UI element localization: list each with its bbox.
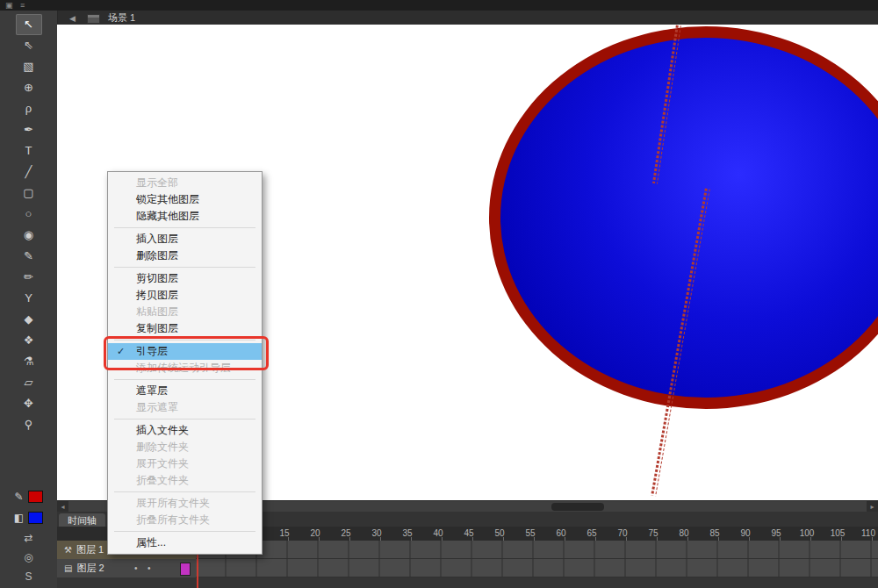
- menu-item[interactable]: 复制图层: [108, 320, 262, 337]
- menu-item-label: 显示遮罩: [136, 401, 178, 413]
- polystar-tool-icon[interactable]: ◉: [16, 225, 42, 246]
- menu-item-label: 折叠文件夹: [136, 474, 189, 486]
- stroke-color-icon: ✎: [14, 491, 23, 503]
- layer-frames-track[interactable]: [196, 541, 878, 559]
- eraser-tool-icon[interactable]: ▱: [16, 372, 42, 393]
- menu-item[interactable]: 属性...: [108, 534, 262, 551]
- menu-item-label: 展开文件夹: [136, 457, 189, 470]
- zoom-tool-icon[interactable]: ⚲: [16, 414, 42, 435]
- menu-item-label: 隐藏其他图层: [136, 210, 199, 222]
- free-transform-tool-icon[interactable]: ▧: [16, 56, 42, 77]
- subselection-tool-icon[interactable]: ⇖: [16, 35, 42, 56]
- menu-item[interactable]: 隐藏其他图层: [108, 208, 262, 225]
- hand-tool-icon[interactable]: ✥: [16, 393, 42, 414]
- stroke-color-row: ✎: [0, 486, 57, 507]
- menu-item-label: 剪切图层: [136, 272, 178, 284]
- frame-number: 65: [579, 528, 604, 538]
- app-icon: ▣: [5, 1, 13, 10]
- layer-frames-track[interactable]: [196, 559, 878, 577]
- fill-color-swatch[interactable]: [28, 512, 43, 524]
- frame-number: 110: [856, 528, 878, 538]
- pencil-tool-icon[interactable]: ✎: [16, 246, 42, 267]
- frame-number: 15: [272, 528, 297, 538]
- deco-tool-icon[interactable]: ❖: [16, 330, 42, 351]
- menu-item[interactable]: 遮罩层: [108, 383, 262, 399]
- toolbar-colors: ✎ ◧ ⇄ ◎ S: [0, 486, 57, 586]
- swap-colors-button[interactable]: ⇄: [0, 528, 57, 548]
- guide-layer-icon: ⚒: [64, 545, 72, 555]
- menu-item-label: 遮罩层: [136, 384, 168, 397]
- eyedropper-tool-icon[interactable]: ⚗: [16, 351, 42, 372]
- selection-tool-icon[interactable]: ↖: [16, 14, 42, 35]
- menu-divider: [114, 379, 255, 380]
- menu-item-label: 展开所有文件夹: [136, 497, 210, 509]
- frame-number: 55: [518, 528, 543, 538]
- window-title-strip: ▣ ≡: [0, 0, 878, 11]
- line-tool-icon[interactable]: ╱: [16, 161, 42, 183]
- tool-option-button[interactable]: S: [0, 567, 57, 586]
- frame-number: 85: [702, 528, 727, 538]
- paint-bucket-tool-icon[interactable]: ◆: [16, 309, 42, 330]
- stroke-color-swatch[interactable]: [28, 491, 43, 503]
- tool-list: ↖⇖▧⊕ρ✒T╱▢○◉✎✏Υ◆❖⚗▱✥⚲: [0, 14, 57, 435]
- annotation-highlight-box: [104, 336, 269, 370]
- frame-number: 80: [672, 528, 696, 538]
- timeline-empty-area: [57, 577, 878, 588]
- menu-item: 显示全部: [108, 175, 262, 191]
- menu-item[interactable]: 拷贝图层: [108, 287, 262, 304]
- menu-item-label: 粘贴图层: [136, 305, 178, 318]
- frame-number: 75: [641, 528, 666, 538]
- scrollbar-thumb[interactable]: [551, 503, 604, 511]
- menu-item-label: 折叠所有文件夹: [136, 513, 210, 526]
- menu-item-label: 删除文件夹: [136, 441, 189, 453]
- menu-item-label: 属性...: [136, 536, 166, 549]
- layer-status-dot[interactable]: •: [134, 559, 138, 577]
- rectangle-tool-icon[interactable]: ▢: [16, 183, 42, 204]
- menu-item-label: 删除图层: [136, 249, 178, 262]
- text-tool-icon[interactable]: T: [16, 140, 42, 161]
- menu-item[interactable]: 锁定其他图层: [108, 191, 262, 208]
- menu-item[interactable]: 剪切图层: [108, 270, 262, 287]
- brush-tool-icon[interactable]: ✏: [16, 267, 42, 288]
- menu-divider: [114, 531, 255, 532]
- menu-icon[interactable]: ≡: [20, 1, 25, 10]
- menu-item[interactable]: 插入文件夹: [108, 422, 262, 439]
- scene-icon: [87, 14, 100, 24]
- 3d-rotation-tool-icon[interactable]: ⊕: [16, 77, 42, 98]
- menu-item-label: 复制图层: [136, 322, 178, 334]
- oval-tool-icon[interactable]: ○: [16, 204, 42, 225]
- frame-number: 30: [364, 528, 389, 538]
- menu-divider: [114, 491, 255, 492]
- layer-row[interactable]: ▤图层 2••: [57, 559, 878, 577]
- frame-number: 95: [764, 528, 788, 538]
- menu-divider: [114, 419, 255, 419]
- layer-outline-swatch[interactable]: [180, 563, 191, 576]
- frame-number: 100: [795, 528, 819, 538]
- menu-item-label: 锁定其他图层: [136, 193, 199, 205]
- menu-item-label: 插入文件夹: [136, 424, 189, 436]
- layer-icon: ▤: [64, 563, 72, 573]
- menu-item: 粘贴图层: [108, 304, 262, 320]
- layer-name-cell[interactable]: ▤图层 2••: [57, 559, 196, 578]
- frame-number: 90: [733, 528, 758, 538]
- blue-circle-shape[interactable]: [489, 26, 878, 409]
- back-button[interactable]: ◀: [69, 14, 76, 23]
- menu-divider: [114, 267, 255, 268]
- edit-bar: ◀ 场景 1: [57, 11, 878, 25]
- menu-item[interactable]: 删除图层: [108, 247, 262, 264]
- tools-panel: ↖⇖▧⊕ρ✒T╱▢○◉✎✏Υ◆❖⚗▱✥⚲ ✎ ◧ ⇄ ◎ S: [0, 11, 58, 588]
- fill-color-row: ◧: [0, 507, 57, 528]
- menu-item-label: 显示全部: [136, 176, 178, 189]
- frame-number: 25: [334, 528, 358, 538]
- layer-status-dot[interactable]: •: [148, 559, 151, 577]
- menu-item[interactable]: 插入图层: [108, 231, 262, 247]
- menu-item: 折叠所有文件夹: [108, 512, 262, 528]
- lasso-tool-icon[interactable]: ρ: [16, 98, 42, 119]
- snap-toggle-button[interactable]: ◎: [0, 548, 57, 567]
- menu-item: 显示遮罩: [108, 399, 262, 416]
- bone-tool-icon[interactable]: Υ: [16, 288, 42, 309]
- menu-item: 展开所有文件夹: [108, 495, 262, 512]
- scene-label: 场景 1: [108, 12, 135, 23]
- pen-tool-icon[interactable]: ✒: [16, 119, 42, 140]
- layer-name: 图层 1: [76, 544, 104, 555]
